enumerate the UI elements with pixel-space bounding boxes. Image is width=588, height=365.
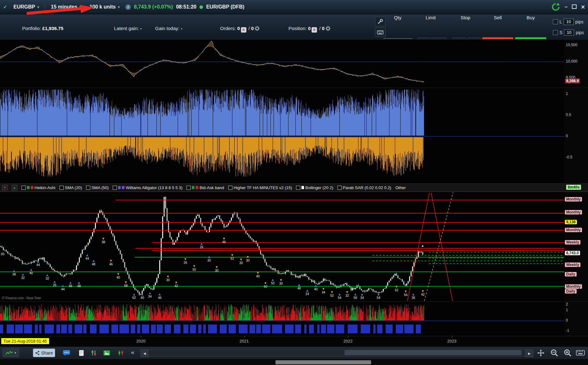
legend-item-bid-ask-band[interactable]: Bid-Ask band bbox=[187, 185, 224, 190]
report-button[interactable] bbox=[77, 349, 86, 357]
close-button[interactable]: × bbox=[581, 4, 585, 10]
pan-mode-button[interactable] bbox=[536, 349, 546, 357]
legend-item-other[interactable]: Other bbox=[395, 185, 406, 190]
year-label: 2021 bbox=[240, 339, 249, 343]
symbol-selector[interactable]: EURGBP ▾ bbox=[11, 3, 42, 11]
bar-countdown-badge: 8m40s bbox=[566, 185, 581, 190]
osc2-canvas[interactable] bbox=[0, 302, 564, 336]
signal-value-label: 56 bbox=[354, 296, 357, 300]
legend-item-heikin-ashi[interactable]: Heikin-Ashi bbox=[22, 185, 55, 190]
indicator-label: Heikin-Ashi bbox=[35, 185, 55, 190]
indicator-label: Bid-Ask band bbox=[199, 185, 224, 190]
indicator-checkbox[interactable] bbox=[113, 186, 117, 190]
main-overlay: ▲38▲32▲40▲44▲32▲26▲44▲36▲38▲44▲48▼38▼46▼… bbox=[0, 192, 564, 302]
trade-signal-marker: ▼38 bbox=[102, 237, 105, 244]
signal-value-label: 26 bbox=[184, 261, 187, 264]
pane-up-arrow-button[interactable]: ▲ bbox=[12, 185, 17, 190]
limit-pips-input[interactable]: 10 bbox=[564, 19, 574, 25]
legend-item-higher-tf-ha-minutes-v2-15-[interactable]: Higher TF HA MINUTES v2 (15) bbox=[228, 185, 292, 190]
trade-signal-marker: ▼40 bbox=[117, 272, 120, 279]
indicator-checkbox[interactable] bbox=[338, 186, 342, 190]
signal-value-label: 48 bbox=[297, 287, 301, 290]
export-image-button[interactable] bbox=[102, 349, 111, 357]
pane-down-arrow-button[interactable]: ▼ bbox=[2, 185, 8, 190]
chart-type-selector[interactable]: ▾ bbox=[3, 349, 19, 357]
scroll-right-button[interactable]: ▶ bbox=[525, 350, 533, 357]
legend-item-parab-sar-0-02-0-02-0-2-[interactable]: Parab SAR (0.02 0.02 0.2) bbox=[338, 185, 391, 190]
signal-value-label: 50 bbox=[193, 268, 196, 271]
signal-value-label: 38 bbox=[12, 273, 16, 276]
down-arrow-icon: ▼ bbox=[345, 290, 349, 294]
indicator-checkbox[interactable] bbox=[60, 186, 64, 190]
signal-value-label: 40 bbox=[141, 296, 144, 300]
indicator-checkbox[interactable] bbox=[296, 186, 300, 190]
position-settings-icon[interactable] bbox=[326, 26, 331, 32]
collapse-toolbar-icon[interactable]: « bbox=[131, 349, 134, 356]
trading-platform-window: ✓ EURGBP ▾ 15 minutes ▾ 100 k units ▾ i … bbox=[0, 0, 588, 365]
limit-pips-checkbox[interactable] bbox=[553, 19, 558, 24]
chat-button[interactable] bbox=[62, 349, 71, 357]
down-arrow-icon: ▼ bbox=[322, 287, 325, 291]
legend-item-bollinger-20-2-[interactable]: Bollinger (20 2) bbox=[296, 185, 333, 190]
chevron-down-icon: ▾ bbox=[79, 5, 81, 9]
refresh-icon[interactable] bbox=[551, 3, 560, 11]
indicator-checkbox[interactable] bbox=[187, 186, 191, 190]
osc1-canvas[interactable] bbox=[0, 88, 564, 184]
main-gutter: MonthlyMonthly9,136MonthlyWeekly8,743.0W… bbox=[564, 192, 588, 302]
indicator-swatch bbox=[31, 186, 33, 189]
year-tick bbox=[348, 336, 348, 338]
pips-label: pips bbox=[575, 19, 584, 24]
trade-signal-marker: ▼58 bbox=[124, 281, 128, 288]
legend-item-williams-alligator-13-8-8-5-5-3-[interactable]: Williams Alligator (13 8 8 5 5 3) bbox=[113, 185, 182, 190]
trade-signal-marker: ▼52 bbox=[395, 285, 398, 292]
overview-panel: 10,50010,0009,5009,398.9 bbox=[0, 39, 588, 88]
indicator-checkbox[interactable] bbox=[86, 186, 90, 190]
maximize-button[interactable] bbox=[572, 4, 577, 10]
chevron-down-icon: ▾ bbox=[15, 351, 16, 355]
signal-value-label: 54 bbox=[377, 296, 380, 300]
axis-tick: 1 bbox=[566, 91, 568, 96]
overview-canvas[interactable] bbox=[0, 40, 564, 88]
signal-value-label: 30 bbox=[279, 282, 283, 285]
trade-signal-marker: ▼42 bbox=[421, 289, 425, 296]
up-arrow-icon: ▲ bbox=[85, 253, 89, 257]
trade-signal-marker: ▲56 bbox=[354, 293, 357, 300]
scrollbar-thumb[interactable] bbox=[345, 350, 522, 355]
keyboard-shortcuts-button[interactable] bbox=[375, 28, 386, 37]
timeframe-selector[interactable]: 15 minutes ▾ bbox=[48, 3, 84, 11]
close-position-icon[interactable]: ✕ bbox=[312, 27, 317, 33]
signal-value-label: 34 bbox=[360, 296, 364, 300]
units-selector[interactable]: 100 k units ▾ bbox=[87, 3, 122, 11]
share-button[interactable]: Share bbox=[33, 349, 55, 357]
bottom-strip bbox=[0, 359, 588, 365]
scroll-left-button[interactable]: ◀ bbox=[141, 350, 149, 357]
minimize-button[interactable]: – bbox=[565, 4, 567, 9]
pattern-detect-button[interactable] bbox=[116, 349, 126, 357]
cancel-orders-icon[interactable]: ✕ bbox=[241, 27, 246, 33]
legend-item-sma-50-[interactable]: SMA (50) bbox=[86, 185, 109, 190]
orders-settings-icon[interactable] bbox=[255, 26, 260, 32]
trade-signal-marker: ▼42 bbox=[174, 281, 178, 288]
indicator-checkbox[interactable] bbox=[228, 186, 232, 190]
indicator-checkbox[interactable] bbox=[22, 186, 26, 190]
zoom-out-button[interactable] bbox=[549, 349, 559, 357]
stop-pips-input[interactable]: 10 bbox=[564, 29, 574, 36]
up-arrow-icon: ▲ bbox=[306, 289, 309, 292]
trade-signal-marker: ▲46 bbox=[158, 293, 161, 300]
zoom-out-icon bbox=[550, 349, 558, 357]
instrument-name: EUR/GBP (DFB) bbox=[206, 4, 244, 10]
chart-scrollbar[interactable] bbox=[148, 350, 526, 356]
zoom-in-button[interactable] bbox=[562, 349, 572, 357]
legend-item-sma-20-[interactable]: SMA (20) bbox=[60, 185, 82, 190]
time-axis[interactable]: Tue 21-Aug-2018 01:45 2020202120222023 bbox=[0, 336, 588, 347]
down-arrow-icon: ▼ bbox=[404, 290, 408, 293]
up-arrow-icon: ▲ bbox=[29, 268, 33, 271]
price-level-badge: Daily bbox=[565, 272, 577, 276]
info-icon[interactable]: i bbox=[125, 4, 131, 10]
stop-pips-checkbox[interactable] bbox=[553, 30, 558, 35]
up-arrow-icon: ▲ bbox=[21, 273, 25, 276]
onscreen-keyboard-button[interactable] bbox=[575, 349, 586, 357]
signal-value-label: 52 bbox=[395, 289, 398, 292]
trade-signal-marker: ▲62 bbox=[132, 293, 136, 300]
indicator-settings-button[interactable] bbox=[89, 349, 98, 357]
